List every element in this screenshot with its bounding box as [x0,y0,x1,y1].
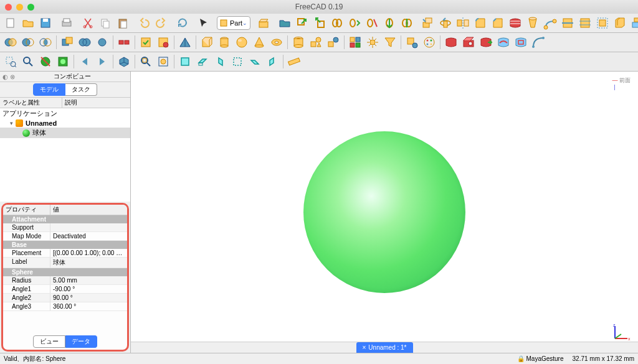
document-tab[interactable]: ×Unnamed : 1* [356,342,413,353]
prop-val[interactable]: 球体 [50,258,127,268]
prop-val[interactable]: -90.00 ° [50,285,127,293]
defeaturing-icon[interactable] [155,34,171,50]
copy-icon[interactable] [97,15,113,31]
sweep-icon[interactable] [542,15,558,31]
mirror-icon[interactable] [455,15,471,31]
tab-task[interactable]: タスク [65,83,97,96]
prim-cube-icon[interactable] [199,34,215,50]
extrude-icon[interactable] [420,15,436,31]
prim-wedge-icon[interactable] [177,34,193,50]
close-tab-icon[interactable]: × [363,344,366,351]
attachment-icon[interactable] [404,34,420,50]
link-unlink-icon[interactable] [364,15,380,31]
link-out-icon[interactable] [294,15,310,31]
refresh-icon[interactable] [174,15,191,31]
panel-handle-icon[interactable]: ◐ ⊗ [2,73,15,80]
nav-next-icon[interactable] [94,54,110,70]
part-explode-icon[interactable] [364,34,381,50]
view-bottom-icon[interactable] [247,54,263,70]
prop-val[interactable]: [(0.00 0.00 1.00); 0.00 °;... [50,249,127,257]
projection-icon[interactable] [629,15,638,31]
offset3d-icon[interactable] [594,15,611,31]
thickness-icon[interactable] [612,15,628,31]
view-left-icon[interactable] [264,54,280,70]
ruled-surface-icon[interactable] [507,15,523,31]
revolve-icon[interactable] [437,15,454,31]
bool-cut-icon[interactable] [59,34,75,50]
workbench-selector[interactable]: Part ⌄ [217,16,250,30]
zoom-fit-icon[interactable] [138,54,154,70]
prop-row[interactable]: Support [3,223,127,232]
open-file-icon[interactable] [20,15,36,31]
tab-view[interactable]: ビュー [33,335,65,348]
curve-on-surface-icon[interactable] [495,34,512,50]
blend-curve-icon[interactable] [530,34,546,50]
texture-icon[interactable] [55,54,71,70]
surface-cut-icon[interactable] [460,34,477,50]
save-file-icon[interactable] [37,15,54,31]
measure-icon[interactable] [286,54,302,70]
cross-section-icon[interactable] [577,15,593,31]
prop-val[interactable]: 5.00 mm [50,276,127,284]
bool-union-icon[interactable] [77,34,93,50]
minimize-window-button[interactable] [16,4,23,11]
prop-val[interactable]: Deactivated [50,232,127,240]
prop-row[interactable]: Radius5.00 mm [3,276,127,285]
prop-row[interactable]: Angle290.00 ° [3,294,127,302]
tree-item-sphere[interactable]: 球体 [0,128,130,138]
tab-data[interactable]: データ [65,335,97,348]
tree-document[interactable]: ▾Unnamed [0,119,130,128]
prop-row[interactable]: Angle3360.00 ° [3,302,127,311]
close-window-button[interactable] [5,4,12,11]
bool-intersect-icon[interactable] [94,34,110,50]
zoom-icon[interactable] [20,54,36,70]
group-icon[interactable] [277,15,293,31]
link-import-all-icon[interactable] [399,15,415,31]
loft-icon[interactable] [525,15,541,31]
shape-builder-icon[interactable] [255,15,272,31]
prop-row[interactable]: Placement[(0.00 0.00 1.00); 0.00 °;... [3,249,127,258]
part-filter-icon[interactable] [382,34,398,50]
prop-val[interactable]: 90.00 ° [50,294,127,302]
chamfer-icon[interactable] [490,15,506,31]
tab-model[interactable]: モデル [33,83,65,96]
view-rear-icon[interactable] [229,54,245,70]
join-connect-icon[interactable] [116,34,132,50]
prop-val[interactable]: 360.00 ° [50,302,127,310]
link-in-icon[interactable] [312,15,328,31]
prop-group-base[interactable]: Base [3,241,127,249]
fillet-icon[interactable] [472,15,488,31]
zoom-window-button[interactable] [27,4,34,11]
cursor-icon[interactable] [196,15,212,31]
appearance-icon[interactable] [421,34,437,50]
nav-prev-icon[interactable] [77,54,93,70]
bool-xor-icon[interactable] [37,34,54,50]
prop-group-sphere[interactable]: Sphere [3,268,127,276]
print-icon[interactable] [59,15,75,31]
prop-row[interactable]: Label球体 [3,258,127,268]
clip-plane-icon[interactable] [37,54,54,70]
undo-icon[interactable] [136,15,152,31]
prop-row[interactable]: Angle1-90.00 ° [3,285,127,294]
prim-sphere-icon[interactable] [234,34,250,50]
prim-primitives-icon[interactable] [308,34,324,50]
prop-val[interactable] [50,223,127,231]
prop-row[interactable]: Map ModeDeactivated [3,232,127,241]
prim-cylinder-icon[interactable] [216,34,232,50]
nav-style[interactable]: 🔒 MayaGesture [517,355,564,362]
link-icon[interactable] [329,15,345,31]
link-import-icon[interactable] [381,15,398,31]
nav-cube[interactable]: — 前面— [612,77,631,91]
view-iso-icon[interactable] [116,54,132,70]
view-front-icon[interactable] [177,54,193,70]
cut-icon[interactable] [80,15,96,31]
section-icon[interactable] [559,15,576,31]
surface-extend-icon[interactable] [478,34,494,50]
box-zoom-icon[interactable] [2,54,19,70]
3d-viewport[interactable]: — 前面— xz ×Unnamed : 1* [131,72,638,353]
new-file-icon[interactable] [2,15,19,31]
prim-cone-icon[interactable] [251,34,267,50]
model-tree[interactable]: アプリケーション ▾Unnamed 球体 [0,108,130,202]
prim-tube-icon[interactable] [290,34,307,50]
tree-root[interactable]: アプリケーション [0,108,130,119]
